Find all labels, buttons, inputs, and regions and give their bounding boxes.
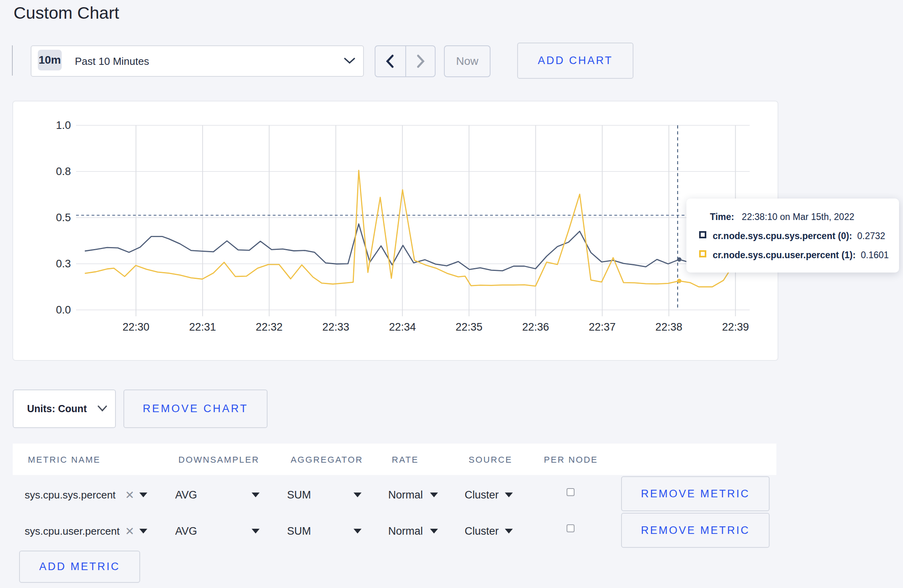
svg-text:22:33: 22:33 [322,321,350,333]
svg-text:0.3: 0.3 [56,258,71,270]
svg-text:22:35: 22:35 [455,321,483,333]
svg-text:0.0: 0.0 [56,304,71,316]
svg-text:22:30: 22:30 [123,321,150,333]
svg-text:22:37: 22:37 [589,321,616,333]
svg-text:22:31: 22:31 [189,321,216,333]
svg-text:1.0: 1.0 [56,119,71,131]
svg-text:22:34: 22:34 [389,321,416,333]
svg-text:22:38: 22:38 [655,321,682,333]
svg-text:0.8: 0.8 [56,165,71,177]
svg-text:0.5: 0.5 [56,212,71,224]
svg-text:22:39: 22:39 [722,321,749,333]
svg-text:22:32: 22:32 [256,321,283,333]
svg-text:22:36: 22:36 [522,321,549,333]
